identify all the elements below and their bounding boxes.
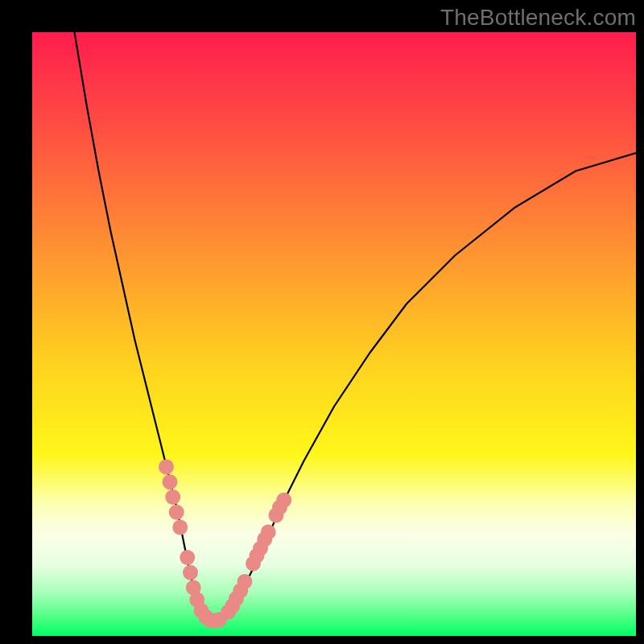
- marker-dot: [261, 525, 276, 540]
- marker-dot: [172, 520, 188, 535]
- watermark-text: TheBottleneck.com: [440, 5, 636, 31]
- marker-dot: [169, 505, 184, 520]
- marker-dot: [163, 474, 178, 489]
- marker-dot: [159, 460, 174, 475]
- chart-frame: TheBottleneck.com: [0, 0, 644, 644]
- marker-dot: [165, 489, 180, 505]
- marker-dot: [180, 550, 195, 565]
- highlight-markers: [159, 460, 291, 629]
- plot-area: [32, 32, 636, 636]
- marker-dot: [276, 493, 291, 508]
- bottleneck-curve: [75, 32, 637, 621]
- marker-dot: [237, 574, 253, 589]
- marker-dot: [183, 565, 198, 580]
- curve-layer: [32, 32, 636, 636]
